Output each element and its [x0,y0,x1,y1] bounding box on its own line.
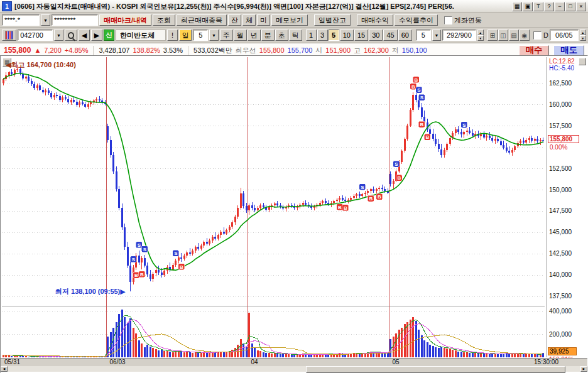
hc-indicator: HC:-5.40 [549,65,574,72]
split-chart-icon[interactable]: ◫ [498,30,508,41]
title-toggle-icon[interactable]: T [533,2,543,11]
record-icon[interactable]: ◉ [520,30,530,41]
daily-balance-button[interactable]: 일별잔고 [314,14,351,26]
sell-button[interactable]: 매도 [553,45,584,56]
grid-icon[interactable]: ▦ [512,2,522,11]
week-button[interactable]: 주 [220,30,233,41]
account-input[interactable] [2,14,40,26]
zoom-dropdown-icon[interactable]: ▼ [432,30,441,41]
current-price: 155,800 [4,46,31,55]
trade-mark-history-button[interactable]: 매매마크/내역 [99,14,151,26]
interval-dropdown-icon[interactable]: ▼ [209,30,218,41]
volume-axis-label: 400,000 [549,308,572,315]
minute-45-button[interactable]: 45 [383,30,397,41]
d-checkbox[interactable]: D [533,31,548,40]
date-input[interactable]: 06/05 [550,30,579,41]
minute-5-button[interactable]: 5 [329,30,339,41]
copy-icon[interactable]: ▣ [523,2,533,11]
day-period-button[interactable]: 일 [179,30,192,41]
checkbox-icon[interactable] [533,31,542,40]
stock-code-input[interactable] [18,30,53,41]
price-axis-label: 137,500 [549,293,572,300]
zoom-input[interactable] [416,30,431,41]
mini-chart-icon [5,31,13,40]
scroll-right-icon[interactable]: ▶ [580,366,587,372]
low-annotation: 최저 138,100 (09:55)▶ [55,287,126,296]
month-button[interactable]: 월 [234,30,247,41]
bar-count-display: 292/900 [442,30,476,41]
unfilled-button[interactable]: 미 [257,14,270,26]
trade-profit-button[interactable]: 매매수익 [357,14,393,26]
account-link-checkbox[interactable]: 계좌연동 [444,16,482,25]
spin-down-icon[interactable]: ▼ [580,35,586,41]
high-label: 고 [354,46,361,55]
price-axis-label: 162,500 [549,80,572,87]
help-icon[interactable]: ? [544,2,554,11]
account-buttons: 매매마크/내역조회최근매매종목잔체미메모보기일별잔고매매수익수익률추이 [99,14,438,26]
second-button[interactable]: 초 [275,30,288,41]
prev-stock-button[interactable]: ◀ [79,30,90,41]
search-button [65,30,77,41]
tick-button[interactable]: 틱 [289,30,302,41]
date-label: 05/31 [4,359,20,365]
stock-name: 한미반도체 [116,30,166,41]
window-icon: 1 [2,1,12,11]
best-label: 최우선 [236,46,256,55]
svg-text:B: B [411,84,415,90]
search-icon [68,32,74,39]
time-axis: 15:30:00 05/3106/030405 [1,358,587,366]
recent-trades-button[interactable]: 최근매매종목 [177,14,227,26]
window-title: [0606] 자동일지차트(매매내역) - KOSPI 외국인보유[12,255… [14,2,509,11]
next-stock-button[interactable]: ▶ [91,30,102,41]
mini-chart-button[interactable] [2,30,16,41]
minute-3-button[interactable]: 3 [317,30,328,41]
minute-30-button[interactable]: 30 [369,30,383,41]
minute-button[interactable]: 분 [261,30,275,41]
svg-text:S: S [395,161,398,167]
inquiry-button[interactable]: 조회 [153,14,175,26]
scroll-left-icon[interactable]: ◀ [1,366,8,372]
price-volume-plot[interactable]: SBSBSSBBBSBBSBBBSSBBS ▦ ◀최고 164,700 (10:… [2,57,545,357]
interval-input[interactable] [193,30,208,41]
candlestick-chart[interactable]: SBSBSSBBBSBBSBBBSSBBS [2,57,545,357]
date-label: 05 [393,359,400,365]
titlebar: 1 [0606] 자동일지차트(매매내역) - KOSPI 외국인보유[12,2… [0,0,588,13]
horizontal-scrollbar[interactable]: ◀ ▶ [1,366,587,372]
memo-view-button[interactable]: 메모보기 [271,14,308,26]
minute-15-button[interactable]: 15 [354,30,368,41]
spin-down-icon[interactable]: ▼ [477,35,484,41]
account-dropdown-icon[interactable]: ▼ [41,14,50,26]
stock-toolbar: ▼ ◀ ▶ 신 한미반도체 ! 일 ▼ 주월년분초틱 1351015304560… [0,28,588,43]
minimize-icon[interactable]: − [555,2,565,11]
open-label: 시 [315,46,322,55]
price-axis-label: 142,500 [549,250,572,257]
axis-settings-button[interactable] [579,58,586,65]
code-dropdown-icon[interactable]: ▼ [54,30,63,41]
account-toolbar: ▼ 매매마크/내역조회최근매매종목잔체미메모보기일별잔고매매수익수익률추이 계좌… [0,13,588,28]
grid-settings-icon[interactable]: ⊞ [487,30,498,41]
filled-button[interactable]: 체 [242,14,256,26]
svg-text:B: B [344,205,347,211]
alert-button[interactable]: ! [167,30,178,41]
minute-10-button[interactable]: 10 [340,30,354,41]
best-bid: 155,700 [288,46,313,54]
buy-button[interactable]: 매수 [519,45,550,56]
spin-up-icon[interactable]: ▲ [477,30,484,35]
balance-button[interactable]: 잔 [228,14,241,26]
checkbox-icon[interactable] [444,16,452,24]
year-button[interactable]: 년 [248,30,261,41]
svg-text:S: S [143,247,147,252]
password-input[interactable] [52,14,98,26]
period-buttons: 주월년분초틱 [220,30,302,41]
list-icon[interactable]: ▤ [509,30,519,41]
current-price-tag: 155,800 0.00% [548,135,583,151]
minute-60-button[interactable]: 60 [398,30,412,41]
minute-1-button[interactable]: 1 [306,30,317,41]
date-spinner: ▲ ▼ [580,30,586,41]
spin-up-icon[interactable]: ▲ [580,30,586,35]
date-label: 04 [251,359,258,365]
scrollbar-thumb[interactable] [306,366,565,373]
maximize-icon[interactable]: □ [565,2,575,11]
profit-trend-button[interactable]: 수익률추이 [395,14,438,26]
close-icon[interactable]: × [576,2,586,11]
